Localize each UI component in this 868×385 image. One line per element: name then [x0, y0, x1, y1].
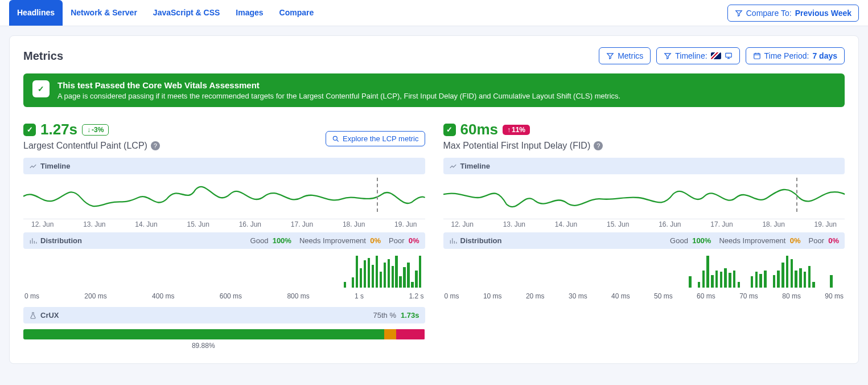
bar-chart-icon	[29, 237, 37, 245]
fid-timeline-chart: 12. Jun 13. Jun 14. Jun 15. Jun 16. Jun …	[443, 174, 845, 226]
metrics-grid: ✓ 1.27s ↓ -3% Largest Contentful Paint (…	[23, 121, 845, 350]
legend-poor-value: 0%	[828, 236, 839, 245]
dist-bar-slot	[719, 272, 723, 288]
dist-bar-slot	[688, 276, 693, 288]
dist-bar	[733, 271, 736, 288]
dist-bar-slot	[750, 276, 754, 288]
axis-tick: 80 ms	[782, 292, 801, 300]
dist-bar	[755, 272, 758, 288]
check-icon: ✓	[23, 124, 36, 136]
help-icon[interactable]: ?	[151, 141, 160, 150]
dist-bar-slot	[781, 263, 785, 288]
filter-timeline-label: Timeline:	[675, 51, 707, 60]
dist-bar	[711, 275, 714, 288]
lcp-crux-header: CrUX 75th % 1.73s	[23, 307, 425, 323]
lcp-crux-right: 75th % 1.73s	[373, 311, 419, 320]
dist-bar	[384, 263, 386, 288]
dist-bar-slot	[776, 271, 781, 288]
legend-poor-value: 0%	[409, 236, 419, 245]
timeline-icon	[29, 162, 37, 170]
dist-bar	[356, 256, 358, 288]
dist-bar	[808, 266, 811, 288]
dist-bar-slot	[697, 282, 701, 288]
tabs: Headlines Network & Server JavaScript & …	[9, 0, 322, 26]
metric-fid: ✓ 60ms ↑ 11% Max Potential First Input D…	[443, 121, 845, 350]
axis-tick: 400 ms	[152, 292, 174, 300]
bar-chart-icon	[449, 237, 457, 245]
lcp-timeline-header: Timeline	[23, 158, 425, 174]
help-icon[interactable]: ?	[594, 141, 603, 150]
axis-tick: 17. Jun	[291, 220, 313, 228]
dist-bar-slot	[829, 275, 834, 288]
filter-timeline-button[interactable]: Timeline:	[656, 47, 739, 64]
banner-title: This test Passed the Core Web Vitals Ass…	[57, 80, 620, 90]
legend-good-label: Good	[670, 236, 688, 245]
compare-value: Previous Week	[795, 9, 851, 18]
dist-bar-slot	[410, 282, 414, 288]
dist-bar-slot	[367, 258, 371, 288]
lcp-dist-axis: 0 ms 200 ms 400 ms 600 ms 800 ms 1 s 1.2…	[23, 288, 425, 300]
legend-good-label: Good	[250, 236, 269, 245]
dist-bar-slot	[706, 256, 710, 288]
legend-poor-label: Poor	[809, 236, 824, 245]
dist-bar-slot	[772, 275, 776, 288]
crux-seg-poor	[396, 329, 425, 339]
legend-ni-label: Needs Improvement	[299, 236, 366, 245]
lcp-value: 1.27s	[40, 121, 77, 138]
lcp-name: Largest Contentful Paint (LCP) ?	[23, 141, 160, 151]
timeline-icon	[449, 162, 457, 170]
axis-tick: 30 ms	[569, 292, 587, 300]
dist-bar-slot	[754, 272, 759, 288]
lcp-delta-value: -3%	[92, 126, 104, 134]
lcp-distribution-chart: 0 ms 200 ms 400 ms 600 ms 800 ms 1 s 1.2…	[23, 249, 425, 300]
legend-ni-value: 0%	[370, 236, 381, 245]
fid-delta: ↑ 11%	[503, 125, 530, 135]
filter-timeperiod-button[interactable]: Time Period: 7 days	[746, 47, 845, 64]
dist-bar-slot	[402, 267, 406, 288]
crux-seg-ni	[384, 329, 396, 339]
lcp-name-text: Largest Contentful Paint (LCP)	[23, 141, 147, 151]
dist-bar-slot	[732, 271, 737, 288]
dist-bar	[706, 256, 709, 288]
page-title: Metrics	[23, 50, 63, 63]
desktop-icon	[725, 52, 733, 60]
arrow-up-icon: ↑	[507, 126, 511, 134]
dist-bar-slot	[803, 272, 807, 288]
tab-js-css[interactable]: JavaScript & CSS	[145, 0, 228, 26]
metric-head-lcp: ✓ 1.27s ↓ -3% Largest Contentful Paint (…	[23, 121, 425, 151]
filter-metrics-button[interactable]: Metrics	[599, 47, 651, 64]
dist-bar	[411, 282, 413, 288]
fid-timeline-header: Timeline	[443, 158, 845, 174]
filter-metrics-label: Metrics	[618, 51, 643, 60]
fid-timeline-axis: 12. Jun 13. Jun 14. Jun 15. Jun 16. Jun …	[443, 219, 845, 228]
search-icon	[332, 135, 340, 143]
compare-label: Compare To:	[746, 9, 792, 18]
axis-tick: 50 ms	[654, 292, 673, 300]
dist-bar	[799, 268, 802, 288]
tab-network-server[interactable]: Network & Server	[63, 0, 145, 26]
axis-tick: 19. Jun	[814, 220, 837, 228]
filter-icon	[735, 9, 743, 17]
tab-images[interactable]: Images	[228, 0, 271, 26]
tab-compare[interactable]: Compare	[271, 0, 322, 26]
fid-distribution-header: Distribution Good 100% Needs Improvement…	[443, 232, 845, 249]
fid-dist-axis: 0 ms 10 ms 20 ms 30 ms 40 ms 50 ms 60 ms…	[443, 288, 845, 300]
axis-tick: 15. Jun	[187, 220, 209, 228]
dist-bar-slot	[390, 266, 394, 288]
dist-bar-slot	[379, 272, 382, 288]
compare-to-button[interactable]: Compare To: Previous Week	[727, 5, 859, 22]
svg-point-2	[333, 136, 337, 140]
dist-bar	[399, 276, 401, 288]
dist-bar-slot	[799, 268, 803, 288]
axis-tick: 15. Jun	[607, 220, 629, 228]
dist-bar	[795, 271, 797, 288]
tab-headlines[interactable]: Headlines	[9, 0, 63, 26]
dist-bar	[415, 271, 417, 288]
dist-bar	[388, 259, 390, 288]
dist-bar	[764, 271, 767, 288]
dist-bar-slot	[723, 268, 728, 288]
dist-bar	[830, 275, 833, 288]
dist-bar-slot	[714, 271, 719, 288]
explore-lcp-button[interactable]: Explore the LCP metric	[326, 131, 425, 146]
axis-tick: 40 ms	[611, 292, 630, 300]
